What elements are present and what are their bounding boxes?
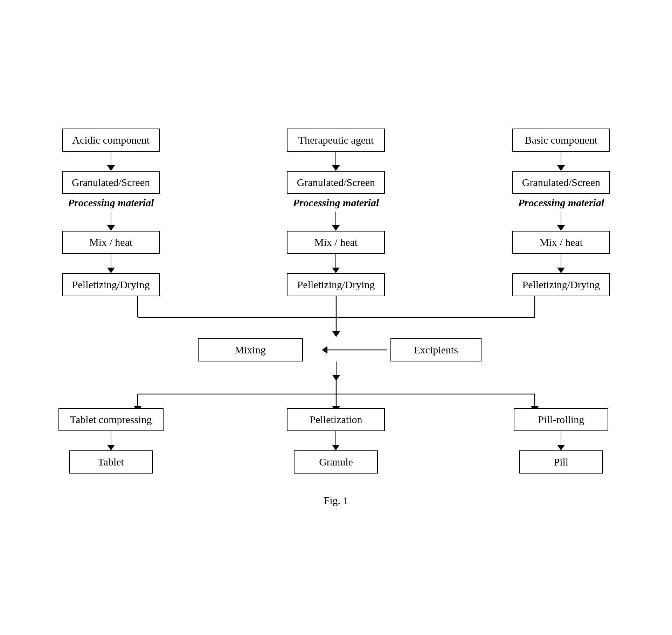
mix-heat-left-label: Mix / heat (89, 236, 132, 248)
granulated-screen-right-box: Granulated/Screen (512, 171, 610, 194)
merge-svg (39, 296, 634, 338)
split-svg (39, 380, 634, 408)
pelletizing-drying-left-label: Pelletizing/Drying (72, 279, 150, 290)
arrow-basic-to-gran (557, 152, 565, 171)
svg-marker-5 (332, 331, 340, 337)
granule-box: Granule (294, 450, 378, 474)
pill-rolling-box: Pill-rolling (514, 408, 608, 431)
pelletizing-drying-mid-label: Pelletizing/Drying (297, 279, 375, 290)
pelletizing-drying-left-box: Pelletizing/Drying (62, 273, 160, 296)
arrow-therapeutic-to-gran (332, 152, 340, 171)
tablet-compressing-box: Tablet compressing (58, 408, 164, 431)
arrow-mixheat-to-pellet-right (557, 254, 565, 273)
arrow-tablet-compressing-down (107, 431, 115, 450)
mix-heat-mid-label: Mix / heat (314, 236, 358, 248)
excipients-box: Excipients (390, 338, 482, 361)
tablet-box: Tablet (69, 450, 153, 474)
mix-heat-right-box: Mix / heat (512, 231, 610, 254)
acidic-component-box: Acidic component (62, 129, 160, 152)
pelletization-box: Pelletization (287, 408, 385, 431)
acidic-component-label: Acidic component (72, 134, 150, 146)
arrow-gran-to-mixheat-left (107, 212, 115, 231)
arrow-gran-to-mixheat-mid (332, 212, 340, 231)
excipients-arrow-svg (320, 341, 390, 359)
pill-rolling-label: Pill-rolling (538, 414, 584, 425)
pelletizing-drying-right-label: Pelletizing/Drying (522, 279, 600, 290)
granulated-screen-left-box: Granulated/Screen (62, 171, 160, 194)
mix-heat-right-label: Mix / heat (540, 236, 583, 248)
granule-column: Pelletization Granule (225, 408, 447, 474)
mixing-label: Mixing (235, 344, 265, 356)
therapeutic-agent-box: Therapeutic agent (287, 129, 385, 152)
pelletizing-drying-right-box: Pelletizing/Drying (512, 273, 610, 296)
right-column: Basic component Granulated/Screen Proces… (450, 129, 672, 296)
left-column: Acidic component Granulated/Screen Proce… (0, 129, 222, 296)
processing-material-left-label: Processing material (68, 197, 154, 209)
arrow-mixheat-to-pellet-left (107, 254, 115, 273)
mix-heat-left-box: Mix / heat (62, 231, 160, 254)
pelletizing-drying-mid-box: Pelletizing/Drying (287, 273, 385, 296)
arrow-mixing-down (332, 361, 340, 381)
fig-caption: Fig. 1 (324, 495, 348, 506)
pill-column: Pill-rolling Pill (450, 408, 672, 474)
granule-label: Granule (319, 456, 353, 468)
basic-component-label: Basic component (525, 134, 597, 146)
svg-marker-7 (322, 346, 327, 354)
excipients-arrow-group: Excipients (320, 338, 482, 361)
granulated-screen-mid-label: Granulated/Screen (297, 177, 375, 188)
processing-material-right-label: Processing material (518, 197, 604, 209)
arrow-acidic-to-gran (107, 152, 115, 171)
basic-component-box: Basic component (512, 129, 610, 152)
arrow-mixheat-to-pellet-mid (332, 254, 340, 273)
mixing-row: Mixing Excipients (0, 338, 672, 361)
excipients-label: Excipients (414, 344, 458, 356)
tablet-column: Tablet compressing Tablet (0, 408, 222, 474)
bottom-columns: Tablet compressing Tablet Pelletization … (0, 408, 672, 474)
arrow-pelletization-down (332, 431, 340, 450)
mixing-box: Mixing (198, 338, 303, 361)
therapeutic-agent-label: Therapeutic agent (298, 134, 374, 146)
arrow-pill-rolling-down (557, 431, 565, 450)
granulated-screen-left-label: Granulated/Screen (72, 177, 150, 188)
granulated-screen-mid-box: Granulated/Screen (287, 171, 385, 194)
mix-heat-mid-box: Mix / heat (287, 231, 385, 254)
tablet-label: Tablet (98, 456, 124, 468)
granulated-screen-right-label: Granulated/Screen (522, 177, 600, 188)
flow-diagram: Acidic component Granulated/Screen Proce… (0, 129, 672, 506)
processing-material-mid-label: Processing material (293, 197, 379, 209)
pill-box: Pill (519, 450, 603, 474)
tablet-compressing-label: Tablet compressing (70, 414, 152, 425)
top-columns: Acidic component Granulated/Screen Proce… (0, 129, 672, 296)
arrow-gran-to-mixheat-right (557, 212, 565, 231)
pelletization-label: Pelletization (310, 414, 362, 425)
pill-label: Pill (554, 456, 568, 468)
mid-column: Therapeutic agent Granulated/Screen Proc… (225, 129, 447, 296)
